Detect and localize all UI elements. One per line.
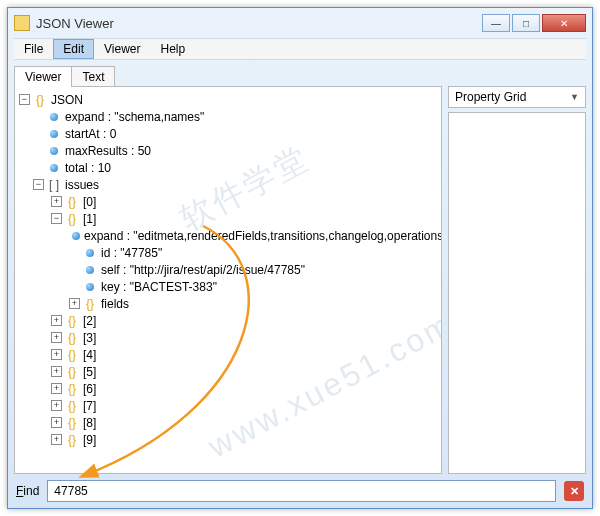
find-bar: Find ✕: [8, 480, 592, 510]
value-icon: [83, 263, 97, 277]
tab-viewer[interactable]: Viewer: [14, 66, 72, 87]
tabstrip: Viewer Text: [8, 62, 592, 86]
app-window: JSON Viewer — □ ✕ File Edit Viewer Help …: [7, 7, 593, 509]
node-maxResults[interactable]: maxResults : 50: [65, 144, 151, 158]
app-icon: [14, 15, 30, 31]
value-icon: [47, 161, 61, 175]
object-icon: {}: [83, 297, 97, 311]
node-idx6[interactable]: [6]: [83, 382, 96, 396]
menu-file[interactable]: File: [14, 39, 53, 59]
expand-toggle[interactable]: +: [51, 366, 62, 377]
tree-panel[interactable]: 软件学堂 www.xue51.com −{}JSON expand : "sch…: [14, 86, 442, 474]
object-icon: {}: [65, 382, 79, 396]
node-idx8[interactable]: [8]: [83, 416, 96, 430]
object-icon: {}: [65, 331, 79, 345]
object-icon: {}: [65, 416, 79, 430]
find-clear-button[interactable]: ✕: [564, 481, 584, 501]
expand-toggle[interactable]: +: [51, 417, 62, 428]
expand-toggle[interactable]: +: [51, 196, 62, 207]
value-icon: [83, 280, 97, 294]
node-idx4[interactable]: [4]: [83, 348, 96, 362]
value-icon: [47, 144, 61, 158]
object-icon: {}: [65, 433, 79, 447]
node-idx3[interactable]: [3]: [83, 331, 96, 345]
object-icon: {}: [65, 365, 79, 379]
menu-help[interactable]: Help: [151, 39, 196, 59]
find-label: Find: [16, 484, 39, 498]
node-root[interactable]: JSON: [51, 93, 83, 107]
object-icon: {}: [65, 314, 79, 328]
node-startAt[interactable]: startAt : 0: [65, 127, 116, 141]
object-icon: {}: [65, 348, 79, 362]
node-total[interactable]: total : 10: [65, 161, 111, 175]
menu-edit[interactable]: Edit: [53, 39, 94, 59]
property-grid-title: Property Grid: [455, 90, 526, 104]
expand-toggle[interactable]: +: [69, 298, 80, 309]
node-idx0[interactable]: [0]: [83, 195, 96, 209]
node-i1-self[interactable]: self : "http://jira/rest/api/2/issue/477…: [101, 263, 305, 277]
expand-toggle[interactable]: +: [51, 349, 62, 360]
object-icon: {}: [65, 195, 79, 209]
expand-toggle[interactable]: −: [33, 179, 44, 190]
node-i1-fields[interactable]: fields: [101, 297, 129, 311]
node-idx1[interactable]: [1]: [83, 212, 96, 226]
minimize-button[interactable]: —: [482, 14, 510, 32]
expand-toggle[interactable]: +: [51, 383, 62, 394]
maximize-button[interactable]: □: [512, 14, 540, 32]
node-issues[interactable]: issues: [65, 178, 99, 192]
expand-toggle[interactable]: +: [51, 400, 62, 411]
node-idx2[interactable]: [2]: [83, 314, 96, 328]
window-title: JSON Viewer: [36, 16, 482, 31]
node-idx7[interactable]: [7]: [83, 399, 96, 413]
close-button[interactable]: ✕: [542, 14, 586, 32]
node-i1-id[interactable]: id : "47785": [101, 246, 162, 260]
object-icon: {}: [65, 212, 79, 226]
expand-toggle[interactable]: +: [51, 434, 62, 445]
expand-toggle[interactable]: +: [51, 315, 62, 326]
menubar: File Edit Viewer Help: [14, 38, 586, 60]
tab-text[interactable]: Text: [71, 66, 115, 87]
node-i1-expand[interactable]: expand : "editmeta,renderedFields,transi…: [84, 229, 442, 243]
node-i1-key[interactable]: key : "BACTEST-383": [101, 280, 217, 294]
expand-toggle[interactable]: −: [19, 94, 30, 105]
node-expand[interactable]: expand : "schema,names": [65, 110, 204, 124]
value-icon: [47, 127, 61, 141]
array-icon: [ ]: [47, 178, 61, 192]
value-icon: [47, 110, 61, 124]
node-idx9[interactable]: [9]: [83, 433, 96, 447]
find-input[interactable]: [47, 480, 556, 502]
object-icon: {}: [33, 93, 47, 107]
chevron-down-icon: ▼: [570, 92, 579, 102]
value-icon: [72, 229, 80, 243]
property-grid-body: [448, 112, 586, 474]
value-icon: [83, 246, 97, 260]
expand-toggle[interactable]: +: [51, 332, 62, 343]
menu-viewer[interactable]: Viewer: [94, 39, 150, 59]
node-idx5[interactable]: [5]: [83, 365, 96, 379]
object-icon: {}: [65, 399, 79, 413]
titlebar[interactable]: JSON Viewer — □ ✕: [8, 8, 592, 38]
property-grid-header[interactable]: Property Grid ▼: [448, 86, 586, 108]
expand-toggle[interactable]: −: [51, 213, 62, 224]
